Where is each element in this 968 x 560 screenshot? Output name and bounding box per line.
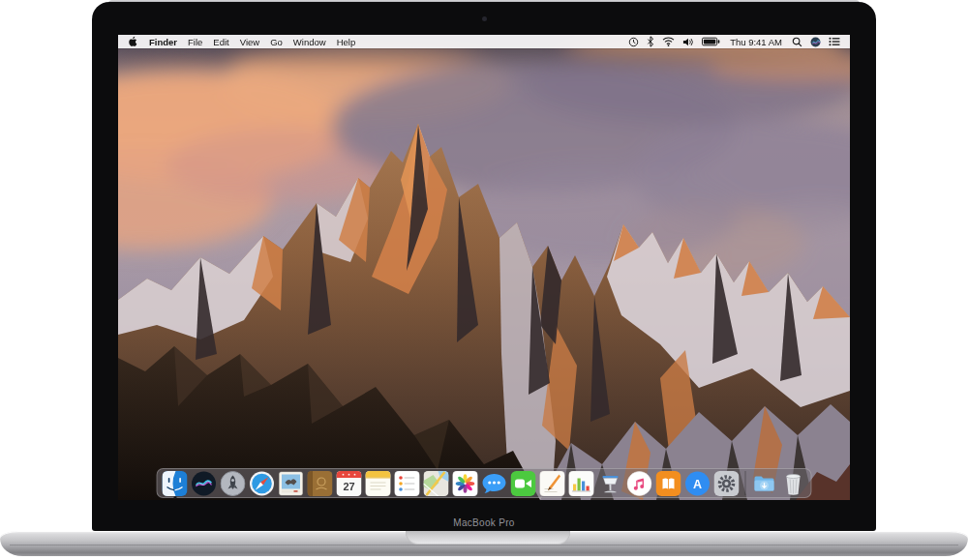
running-indicator [174, 496, 177, 499]
dock-item-reminders[interactable] [395, 471, 420, 496]
calendar-icon: 27 [337, 471, 362, 496]
base-body [0, 531, 968, 556]
reminders-icon [395, 471, 420, 496]
battery-icon[interactable] [702, 37, 720, 46]
dock-item-facetime[interactable] [511, 471, 536, 496]
menu-go[interactable]: Go [270, 37, 283, 47]
menu-bar-clock[interactable]: Thu 9:41 AM [730, 37, 782, 47]
messages-icon [482, 471, 507, 496]
apple-menu[interactable] [128, 36, 137, 47]
dock-item-notes[interactable] [366, 471, 391, 496]
notification-center-icon[interactable] [829, 37, 840, 46]
dock-divider [745, 471, 746, 495]
lid-opening-notch [406, 531, 570, 545]
dock-item-trash[interactable] [781, 471, 806, 496]
camera-dot [482, 16, 487, 21]
dock-item-safari[interactable] [250, 471, 275, 496]
menu-bar: Finder File Edit View Go Window Help Thu… [118, 35, 850, 48]
photos-icon [453, 471, 478, 496]
dock-item-launchpad[interactable] [221, 471, 246, 496]
screen: Finder File Edit View Go Window Help Thu… [118, 35, 850, 500]
dock-item-photos[interactable] [453, 471, 478, 496]
dock: 27 [157, 468, 812, 498]
dock-item-downloads[interactable] [752, 471, 777, 496]
dock-item-siri[interactable] [192, 471, 217, 496]
dock-item-calendar[interactable]: 27 [337, 471, 362, 496]
lid-bezel: Finder File Edit View Go Window Help Thu… [92, 2, 876, 531]
spotlight-search-icon[interactable] [792, 37, 802, 47]
model-label: MacBook Pro [92, 517, 876, 528]
menu-finder[interactable]: Finder [149, 37, 177, 47]
downloads-folder-icon [752, 471, 777, 496]
menu-help[interactable]: Help [337, 37, 356, 47]
keynote-icon [598, 471, 623, 496]
base-seam [10, 545, 958, 545]
notes-icon [366, 471, 391, 496]
dock-item-finder[interactable] [163, 471, 188, 496]
dock-item-mail[interactable] [279, 471, 304, 496]
dock-item-pages[interactable] [540, 471, 565, 496]
wallpaper-sierra-mountain [118, 35, 850, 500]
contacts-icon [308, 471, 333, 496]
volume-icon[interactable] [682, 37, 694, 47]
menu-view[interactable]: View [240, 37, 259, 47]
app-store-icon: A [685, 471, 711, 496]
finder-icon [163, 471, 188, 496]
trash-icon [781, 471, 806, 496]
dock-item-maps[interactable] [424, 471, 449, 496]
dock-item-system-preferences[interactable] [714, 471, 740, 496]
dock-item-app-store[interactable]: A [685, 471, 711, 496]
clock-icon[interactable] [628, 37, 639, 47]
app-store-glyph: A [693, 477, 702, 490]
dock-item-numbers[interactable] [569, 471, 594, 496]
facetime-icon [511, 471, 536, 496]
dock-item-messages[interactable] [482, 471, 507, 496]
safari-icon [250, 471, 275, 496]
dock-item-ibooks[interactable] [656, 471, 681, 496]
macbook-pro: Finder File Edit View Go Window Help Thu… [0, 0, 968, 560]
apple-logo-icon [128, 36, 137, 47]
bluetooth-icon[interactable] [647, 36, 654, 47]
pages-icon [540, 471, 565, 496]
launchpad-icon [221, 471, 246, 496]
wifi-icon[interactable] [662, 37, 675, 46]
calendar-day: 27 [343, 481, 354, 492]
dock-item-itunes[interactable] [627, 471, 652, 496]
ibooks-icon [656, 471, 681, 496]
mail-stamp-icon [279, 471, 304, 496]
system-preferences-icon [714, 471, 740, 496]
menu-window[interactable]: Window [293, 37, 326, 47]
menu-file[interactable]: File [188, 37, 202, 47]
siri-icon[interactable] [810, 37, 821, 47]
maps-icon [424, 471, 449, 496]
dock-item-contacts[interactable] [308, 471, 333, 496]
dock-item-keynote[interactable] [598, 471, 623, 496]
itunes-icon [627, 471, 652, 496]
siri-app-icon [192, 471, 217, 496]
numbers-icon [569, 471, 594, 496]
menu-edit[interactable]: Edit [213, 37, 228, 47]
